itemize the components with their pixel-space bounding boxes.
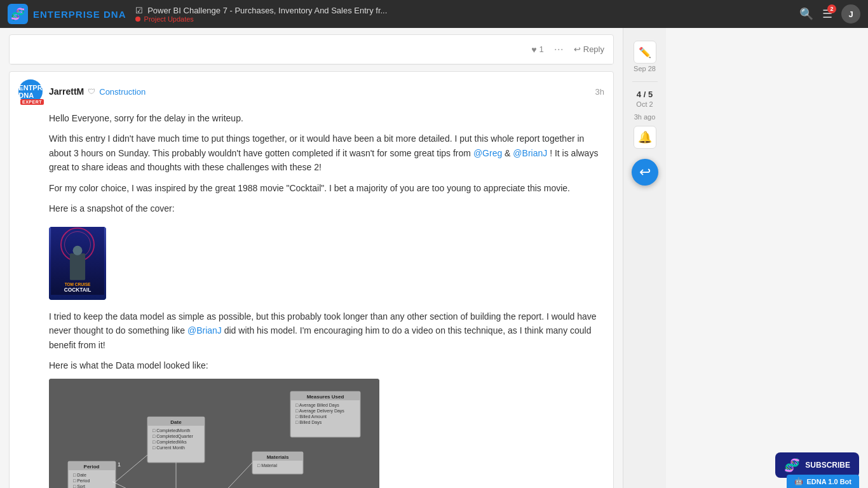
heart-icon: ♥ xyxy=(531,44,536,55)
post-category[interactable]: Construction xyxy=(99,87,146,97)
page-title: ☑ Power BI Challenge 7 - Purchases, Inve… xyxy=(135,6,793,23)
svg-text:□ Billed Days: □ Billed Days xyxy=(295,420,322,425)
svg-text:□ Average Delivery Days: □ Average Delivery Days xyxy=(295,409,344,414)
paragraph-6: Here is what the Data model looked like: xyxy=(49,358,604,372)
edna-bot-icon: 🤖 xyxy=(794,477,803,485)
paragraph-2: With this entry I didn't have much time … xyxy=(49,132,604,174)
svg-text:□ Date: □ Date xyxy=(73,473,86,477)
data-model-svg: Period □ Date □ Period □ Sort Date □ Com… xyxy=(49,379,379,488)
paragraph-4: Here is a snapshot of the cover: xyxy=(49,201,604,215)
post-card: ENTPRDNA EXPERT JarrettM 🛡 Construction … xyxy=(9,71,614,488)
subscribe-label: SUBSCRIBE xyxy=(805,461,850,470)
sidebar-progress: 4 / 5 Oct 2 xyxy=(636,85,653,113)
svg-text:□ Sort: □ Sort xyxy=(73,484,85,488)
calendar-icon: ✏️ xyxy=(634,41,656,64)
post-header: ENTPRDNA EXPERT JarrettM 🛡 Construction … xyxy=(10,72,613,109)
movie-cover: TOM CRUISE COCKTAIL xyxy=(49,227,106,300)
movie-cover-inner: TOM CRUISE COCKTAIL xyxy=(49,227,106,300)
logo-icon: 🧬 xyxy=(8,4,28,24)
expert-badge: EXPERT xyxy=(20,99,44,105)
progress-date: Oct 2 xyxy=(636,100,653,108)
mod-shield-icon: 🛡 xyxy=(88,87,95,96)
svg-text:Materials: Materials xyxy=(267,454,289,460)
reply-icon: ↩ xyxy=(574,44,581,54)
svg-text:1: 1 xyxy=(118,461,121,468)
sidebar-divider-1 xyxy=(632,81,658,82)
checkbox-icon: ☑ xyxy=(135,6,143,15)
edna-bot-bar[interactable]: 🤖 EDNA 1.0 Bot xyxy=(787,475,860,488)
svg-rect-3 xyxy=(70,254,85,280)
svg-point-4 xyxy=(73,246,83,255)
post-author[interactable]: JarrettM xyxy=(49,86,84,97)
sidebar-date-sep28[interactable]: ✏️ Sep 28 xyxy=(623,34,666,79)
svg-text:TOM CRUISE: TOM CRUISE xyxy=(65,282,91,287)
logo[interactable]: 🧬 ENTERPRISE DNA xyxy=(8,4,126,24)
post-author-row: JarrettM 🛡 Construction 3h xyxy=(49,86,604,97)
main-content: ♥ 1 ··· ↩ Reply ENTPRDNA EXPERT xyxy=(0,28,623,488)
prev-post-footer: ♥ 1 ··· ↩ Reply xyxy=(10,35,613,64)
svg-text:Date: Date xyxy=(170,419,182,425)
sep28-label: Sep 28 xyxy=(634,65,656,72)
mention-greg[interactable]: @Greg xyxy=(473,148,502,158)
paragraph-3: For my color choice, I was inspired by t… xyxy=(49,181,604,195)
notification-badge: 2 xyxy=(827,4,836,13)
topnav-actions: 🔍 ☰ 2 J xyxy=(799,4,860,24)
svg-text:□ Average Billed Days: □ Average Billed Days xyxy=(295,403,339,408)
svg-text:□ Period: □ Period xyxy=(73,478,90,483)
more-options-button[interactable]: ··· xyxy=(550,41,567,57)
sidebar-right: ✏️ Sep 28 4 / 5 Oct 2 3h ago 🔔 ↩ xyxy=(623,28,666,488)
post-time: 3h xyxy=(595,87,604,97)
progress-indicator: 4 / 5 xyxy=(637,90,653,99)
action-fab-button[interactable]: ↩ xyxy=(632,159,658,186)
svg-text:□ CompletedQuarter: □ CompletedQuarter xyxy=(153,434,193,439)
avatar: ENTPRDNA EXPERT xyxy=(18,79,43,104)
like-count: ♥ 1 xyxy=(531,44,544,55)
top-navigation: 🧬 ENTERPRISE DNA ☑ Power BI Challenge 7 … xyxy=(0,0,868,28)
edna-bot-label: EDNA 1.0 Bot xyxy=(807,478,852,485)
svg-text:Period: Period xyxy=(84,464,100,470)
svg-text:COCKTAIL: COCKTAIL xyxy=(64,287,92,294)
movie-poster-svg: TOM CRUISE COCKTAIL xyxy=(49,227,106,295)
paragraph-1: Hello Everyone, sorry for the delay in t… xyxy=(49,111,604,125)
svg-text:□ Material: □ Material xyxy=(257,463,278,468)
svg-text:□ CompletedMonth: □ CompletedMonth xyxy=(153,428,191,433)
movie-cover-image: TOM CRUISE COCKTAIL xyxy=(49,227,106,300)
svg-text:□ Current Month: □ Current Month xyxy=(153,445,185,450)
mention-brianj-1[interactable]: @BrianJ xyxy=(513,148,547,158)
user-avatar[interactable]: J xyxy=(841,4,860,24)
subtitle-tag: Project Updates xyxy=(135,15,793,23)
svg-text:□ Billed Amount: □ Billed Amount xyxy=(295,414,327,419)
page-layout: ♥ 1 ··· ↩ Reply ENTPRDNA EXPERT xyxy=(0,28,868,488)
post-body: Hello Everyone, sorry for the delay in t… xyxy=(10,109,613,488)
logo-text: ENTERPRISE DNA xyxy=(33,9,126,20)
subscribe-widget[interactable]: 🧬 SUBSCRIBE xyxy=(775,452,859,478)
notifications-button[interactable]: ☰ 2 xyxy=(822,7,832,21)
bell-button[interactable]: 🔔 xyxy=(634,126,656,149)
svg-text:□ CompletedWks: □ CompletedWks xyxy=(153,440,187,445)
paragraph-5: I tried to keep the data model as simple… xyxy=(49,309,604,352)
data-model-image: Period □ Date □ Period □ Sort Date □ Com… xyxy=(49,379,379,488)
reply-button[interactable]: ↩ Reply xyxy=(574,44,604,54)
subscribe-dna-icon: 🧬 xyxy=(784,458,800,473)
svg-text:Measures Used: Measures Used xyxy=(307,394,344,400)
search-button[interactable]: 🔍 xyxy=(799,7,813,21)
mention-brianj-2[interactable]: @BrianJ xyxy=(187,325,222,336)
prev-post-card: ♥ 1 ··· ↩ Reply xyxy=(9,34,614,65)
post-meta: JarrettM 🛡 Construction 3h xyxy=(49,86,604,97)
time-ago-label: 3h ago xyxy=(634,113,656,121)
